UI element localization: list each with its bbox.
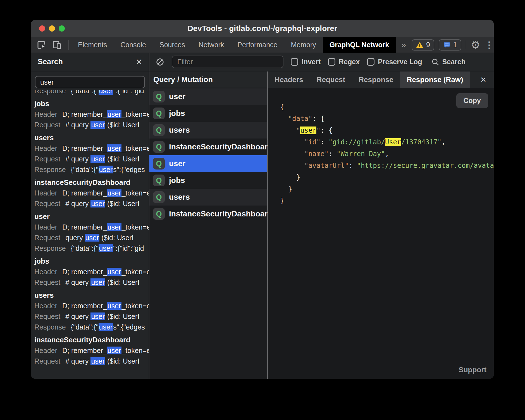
result-row[interactable]: HeaderD; remember_user_token=e: [34, 345, 149, 356]
match-highlight: user: [90, 200, 105, 207]
query-type-icon: Q: [153, 191, 165, 203]
result-row[interactable]: HeaderD; remember_user_token=e: [34, 188, 149, 198]
detail-tabs: HeadersRequestResponseResponse (Raw) ✕: [268, 71, 494, 88]
result-row[interactable]: Request# query user ($id: UserI: [34, 277, 149, 288]
close-detail-button[interactable]: ✕: [480, 75, 494, 84]
result-row[interactable]: Request# query user ($id: UserI: [34, 154, 149, 164]
issues-badge[interactable]: 1: [439, 39, 461, 51]
more-tabs-button[interactable]: »: [396, 37, 412, 53]
tab-console[interactable]: Console: [114, 37, 153, 53]
zoom-window-button[interactable]: [59, 25, 65, 32]
filter-input[interactable]: [172, 56, 283, 68]
tab-sources[interactable]: Sources: [153, 37, 192, 53]
checkbox-regex[interactable]: [328, 58, 335, 66]
toolbar-divider: [68, 40, 69, 50]
result-section-title: users: [34, 132, 149, 143]
json-line: "data": {: [280, 113, 494, 125]
result-row-value: D; remember_user_token=e: [62, 222, 149, 232]
search-panel-title: Search: [38, 58, 63, 66]
query-row-label: user: [169, 159, 185, 168]
tab-elements[interactable]: Elements: [71, 37, 114, 53]
result-row[interactable]: Request# query user ($id: UserI: [34, 198, 149, 209]
controls-divider: [466, 40, 466, 49]
result-row[interactable]: HeaderD; remember_user_token=e: [34, 300, 149, 311]
checkbox-label-invert: Invert: [302, 58, 321, 66]
result-section-title: jobs: [34, 98, 149, 109]
clear-filter-icon[interactable]: [156, 58, 164, 66]
result-row[interactable]: HeaderD; remember_user_token=e: [34, 266, 149, 277]
result-row-label: Header: [34, 109, 57, 120]
minimize-window-button[interactable]: [49, 25, 55, 32]
result-section: jobsHeaderD; remember_user_token=eReques…: [34, 256, 149, 288]
result-row-value: # query user ($id: UserI: [65, 198, 139, 209]
console-warnings-badge[interactable]: 9: [412, 39, 434, 51]
search-close-button[interactable]: ✕: [136, 58, 142, 66]
inspect-element-button[interactable]: [35, 39, 48, 51]
result-row[interactable]: Response{"data":{"user":{"id":"gid: [34, 243, 149, 254]
detail-tab-response[interactable]: Response: [352, 71, 400, 88]
checkbox-invert[interactable]: [291, 58, 298, 66]
match-highlight: user: [90, 357, 105, 365]
match-highlight: user: [107, 268, 122, 276]
search-icon: [431, 58, 440, 66]
query-row-user[interactable]: Quser: [149, 155, 267, 172]
result-row[interactable]: Requestquery user ($id: UserI: [34, 232, 149, 243]
query-row-jobs[interactable]: Qjobs: [149, 105, 267, 122]
query-type-icon: Q: [153, 108, 165, 119]
detail-tab-headers[interactable]: Headers: [268, 71, 310, 88]
result-section: jobsHeaderD; remember_user_token=eReques…: [34, 98, 149, 130]
support-link[interactable]: Support: [459, 366, 486, 374]
devtools-tabs: ElementsConsoleSourcesNetworkPerformance…: [71, 37, 396, 53]
close-window-button[interactable]: [39, 25, 45, 32]
query-row-label: instanceSecurityDashboard: [169, 142, 272, 151]
result-row-value: # query user ($id: UserI: [65, 311, 139, 322]
result-row-value: query user ($id: UserI: [65, 232, 133, 243]
result-row[interactable]: Response{"data":{"users":{"edges: [34, 322, 149, 332]
main-content: Response{"data":{"user":{"id":"gidjobsHe…: [31, 71, 494, 379]
query-type-icon: Q: [153, 175, 165, 186]
result-row-label: Request: [34, 154, 60, 164]
more-options-button[interactable]: ⋮: [485, 40, 494, 49]
query-row-users[interactable]: Qusers: [149, 189, 267, 206]
query-row-users[interactable]: Qusers: [149, 122, 267, 139]
detail-panel: HeadersRequestResponseResponse (Raw) ✕ {…: [268, 71, 494, 379]
result-row[interactable]: Response{"data":{"users":{"edges: [34, 164, 149, 175]
tab-graphql-network[interactable]: GraphQL Network: [323, 37, 396, 53]
json-line: }: [280, 183, 494, 195]
result-row-label: Response: [34, 164, 66, 175]
tab-performance[interactable]: Performance: [231, 37, 284, 53]
result-row[interactable]: HeaderD; remember_user_token=e: [34, 143, 149, 154]
query-row-instancesecuritydashboard[interactable]: QinstanceSecurityDashboard: [149, 206, 267, 222]
copy-button[interactable]: Copy: [456, 93, 488, 108]
tab-memory[interactable]: Memory: [284, 37, 323, 53]
result-row-label: Header: [34, 143, 57, 154]
query-row-instancesecuritydashboard[interactable]: QinstanceSecurityDashboard: [149, 139, 267, 155]
search-panel: Response{"data":{"user":{"id":"gidjobsHe…: [31, 71, 149, 379]
filter-strip: Search ✕ InvertRegexPreserve Log Search: [31, 53, 494, 71]
query-row-jobs[interactable]: Qjobs: [149, 172, 267, 189]
result-row[interactable]: Request# query user ($id: UserI: [34, 356, 149, 366]
search-input[interactable]: [35, 76, 145, 88]
device-toolbar-button[interactable]: [51, 39, 63, 51]
checkbox-preserve-log[interactable]: [367, 58, 374, 66]
result-row[interactable]: Request# query user ($id: UserI: [34, 311, 149, 322]
result-row[interactable]: HeaderD; remember_user_token=e: [34, 109, 149, 120]
result-row[interactable]: Response{"data":{"user":{"id":"gid: [34, 90, 149, 96]
query-row-label: users: [169, 193, 190, 202]
result-row[interactable]: HeaderD; remember_user_token=e: [34, 222, 149, 232]
filter-checkboxes: InvertRegexPreserve Log: [291, 58, 422, 66]
tab-network[interactable]: Network: [192, 37, 231, 53]
match-highlight: user: [90, 278, 105, 286]
json-line: "avatarUrl": "https://secure.gravatar.co…: [280, 160, 494, 171]
result-section-title: instanceSecurityDashboard: [34, 335, 149, 345]
result-row-label: Request: [34, 120, 60, 130]
search-toggle[interactable]: Search: [431, 58, 466, 66]
detail-tab-request[interactable]: Request: [310, 71, 352, 88]
result-row[interactable]: Request# query user ($id: UserI: [34, 120, 149, 130]
match-highlight: user: [107, 110, 122, 118]
settings-gear-button[interactable]: ⚙: [471, 40, 480, 50]
query-row-user[interactable]: Quser: [149, 88, 267, 105]
match-highlight: user: [90, 121, 105, 129]
result-row-value: {"data":{"user":{"id":"gid: [71, 90, 144, 96]
detail-tab-response-raw[interactable]: Response (Raw): [400, 71, 470, 88]
